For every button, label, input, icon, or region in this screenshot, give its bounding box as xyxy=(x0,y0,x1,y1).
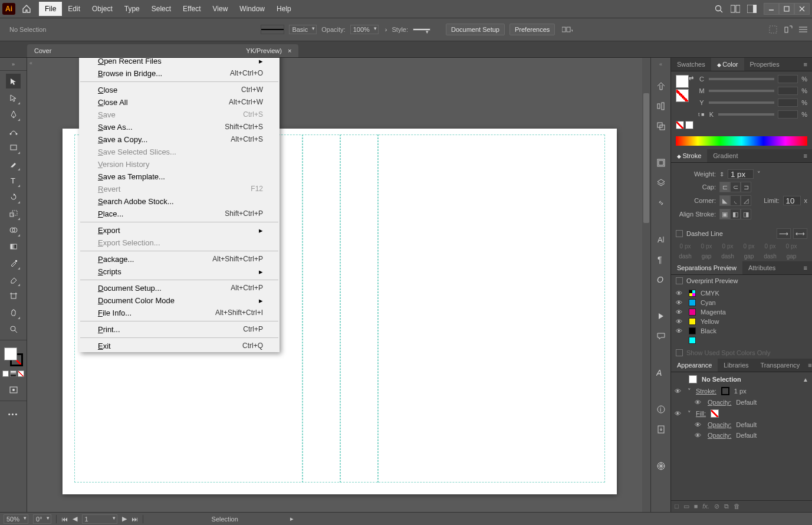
type-tool[interactable]: T xyxy=(6,173,21,188)
file-menu-item[interactable]: File Info...Alt+Shift+Ctrl+I xyxy=(79,307,280,319)
artboards-icon[interactable] xyxy=(655,157,667,169)
stroke-color-swatch[interactable] xyxy=(676,89,689,102)
new-art-icon[interactable]: □ xyxy=(675,503,679,510)
opacity-dropdown[interactable]: 100% xyxy=(350,25,379,34)
opentype-icon[interactable]: O xyxy=(655,274,667,286)
artboard-prev-icon[interactable]: ◀ xyxy=(73,515,77,523)
search-icon[interactable] xyxy=(714,4,724,14)
none-mode-icon[interactable] xyxy=(18,370,24,377)
align-inside[interactable]: ◧ xyxy=(730,209,741,219)
curvature-tool[interactable] xyxy=(6,123,21,138)
menu-view[interactable]: View xyxy=(207,2,234,16)
menu-effect[interactable]: Effect xyxy=(177,2,206,16)
fill-swatch[interactable] xyxy=(4,347,17,360)
artboard-tool[interactable] xyxy=(6,288,21,303)
color-spectrum[interactable] xyxy=(676,136,807,146)
dash-preserve-icon[interactable]: ⟶ xyxy=(777,228,791,239)
symbol-icon[interactable] xyxy=(655,460,667,472)
canvas-collapse-icon[interactable]: « xyxy=(29,60,32,66)
duplicate-icon[interactable]: ⧉ xyxy=(724,503,729,510)
file-menu-item[interactable]: Close AllAlt+Ctrl+W xyxy=(79,96,280,109)
tab-properties[interactable]: Properties xyxy=(744,58,785,71)
fill-stroke-control[interactable] xyxy=(4,347,23,366)
selection-tool[interactable] xyxy=(6,74,21,88)
file-menu-item[interactable]: Save As...Shift+Ctrl+S xyxy=(79,121,280,133)
stroke-profile-dropdown[interactable]: Basic xyxy=(289,25,317,34)
ink-row-magenta[interactable]: 👁Magenta xyxy=(675,307,808,317)
file-menu-item[interactable]: CloseCtrl+W xyxy=(79,84,280,96)
scale-tool[interactable] xyxy=(6,206,21,221)
actions-icon[interactable] xyxy=(655,310,667,322)
isolate-icon[interactable] xyxy=(784,25,793,34)
info-icon[interactable]: i xyxy=(655,403,667,415)
file-menu-item[interactable]: Search Adobe Stock... xyxy=(79,195,280,208)
file-menu-item[interactable]: Open Recent Files▸ xyxy=(79,58,280,67)
ink-row-black[interactable]: 👁Black xyxy=(675,326,808,336)
eraser-tool[interactable] xyxy=(6,272,21,287)
add-fill-icon[interactable]: ■ xyxy=(694,503,698,510)
opacity-flyout-icon[interactable]: › xyxy=(383,26,387,33)
status-menu-icon[interactable]: ▸ xyxy=(290,515,294,523)
vertical-scrollbar[interactable] xyxy=(642,58,650,512)
m-slider[interactable] xyxy=(709,90,774,92)
align-center[interactable]: ▣ xyxy=(719,209,730,219)
file-menu-item[interactable]: Package...Alt+Shift+Ctrl+P xyxy=(79,253,280,265)
artboard-last-icon[interactable]: ⏭ xyxy=(132,516,138,523)
file-menu-item[interactable]: Export▸ xyxy=(79,224,280,237)
cap-projecting[interactable]: ⊐ xyxy=(741,182,751,192)
y-slider[interactable] xyxy=(709,101,774,104)
tab-color[interactable]: ◆ Color xyxy=(711,58,744,71)
dash-align-icon[interactable]: ⟷ xyxy=(793,228,807,239)
document-setup-button[interactable]: Document Setup xyxy=(446,24,505,35)
color-mode-icon[interactable] xyxy=(2,370,9,377)
weight-stepper[interactable]: ⇕ xyxy=(719,171,724,178)
file-menu-item[interactable]: Document Setup...Alt+Ctrl+P xyxy=(79,282,280,294)
menu-object[interactable]: Object xyxy=(86,2,119,16)
gradient-tool[interactable] xyxy=(6,239,21,254)
ink-row-yellow[interactable]: 👁Yellow xyxy=(675,317,808,326)
tab-swatches[interactable]: Swatches xyxy=(671,58,711,71)
zoom-tool[interactable] xyxy=(6,321,21,336)
artboard-first-icon[interactable]: ⏮ xyxy=(61,516,68,523)
c-value[interactable] xyxy=(778,75,798,83)
white-swatch[interactable] xyxy=(685,121,693,129)
shape-builder-tool[interactable] xyxy=(6,222,21,237)
tab-gradient[interactable]: Gradient xyxy=(707,149,744,162)
panel-menu-icon[interactable]: ≡ xyxy=(801,264,810,271)
appearance-object-opacity[interactable]: 👁 Opacity: Default xyxy=(671,430,812,441)
eyedropper-tool[interactable] xyxy=(6,255,21,270)
glyphs-icon[interactable]: A xyxy=(655,367,667,379)
character-icon[interactable]: A xyxy=(655,234,667,245)
fill-color-swatch[interactable] xyxy=(676,75,689,88)
panel-menu-icon[interactable]: ≡ xyxy=(806,362,812,369)
pathfinder-icon[interactable] xyxy=(655,120,667,132)
k-value[interactable] xyxy=(778,110,798,119)
expand-icon[interactable]: ˅ xyxy=(688,410,691,418)
menu-edit[interactable]: Edit xyxy=(62,2,86,16)
ink-row-cmyk[interactable]: 👁CMYK xyxy=(675,288,808,298)
appearance-fill-row[interactable]: 👁˅ Fill: xyxy=(671,408,812,419)
document-tab[interactable]: Cover YK/Preview) × xyxy=(27,44,298,57)
file-menu-item[interactable]: Print...Ctrl+P xyxy=(79,323,280,336)
panel-menu-icon[interactable]: ≡ xyxy=(801,61,810,68)
appearance-fill-opacity[interactable]: 👁 Opacity: Default xyxy=(671,419,812,430)
artboard-nav-dropdown[interactable]: 1 xyxy=(82,514,117,524)
file-menu-item[interactable]: Browse in Bridge...Alt+Ctrl+O xyxy=(79,67,280,80)
clear-icon[interactable]: ⊘ xyxy=(714,503,719,510)
file-menu-item[interactable]: Save as Template... xyxy=(79,170,280,183)
none-swatch[interactable] xyxy=(676,121,684,129)
close-tab-icon[interactable]: × xyxy=(288,47,291,54)
appearance-stroke-opacity[interactable]: 👁 Opacity: Default xyxy=(671,397,812,408)
maximize-button[interactable] xyxy=(779,3,794,15)
c-slider[interactable] xyxy=(709,78,774,80)
layers-icon[interactable] xyxy=(655,177,667,189)
tab-stroke[interactable]: ◆ Stroke xyxy=(671,149,707,162)
expand-icon[interactable]: ˅ xyxy=(688,388,691,395)
stroke-preview[interactable] xyxy=(261,25,284,34)
k-slider[interactable] xyxy=(718,113,774,116)
swap-icon[interactable]: ⇄ xyxy=(689,75,693,88)
minimize-button[interactable] xyxy=(764,3,779,15)
canvas-area[interactable]: « New...Ctrl+NNew from Template...Shift+… xyxy=(27,58,650,512)
align-flyout-icon[interactable]: ▾ xyxy=(562,25,573,34)
asset-export-icon[interactable] xyxy=(655,424,667,435)
